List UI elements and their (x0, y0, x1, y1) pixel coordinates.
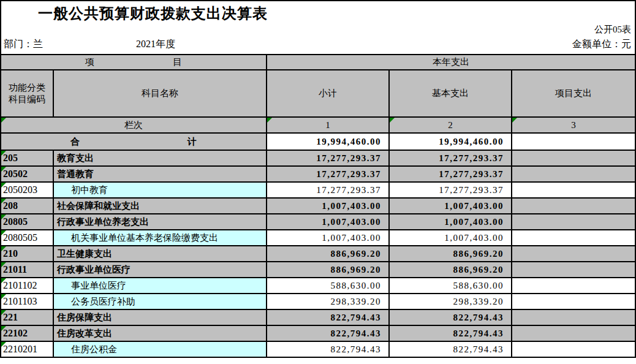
total-label-char1: 合 (70, 136, 80, 148)
subtotal-cell: 886,969.20 (267, 262, 390, 278)
cell-flag-icon (390, 118, 395, 123)
subtotal-cell: 588,630.00 (267, 278, 390, 294)
col-num-1-label: 1 (325, 120, 330, 131)
table-row: 205 教育支出 17,277,293.37 17,277,293.37 (1, 151, 635, 167)
header-col-num-1: 1 (267, 118, 390, 134)
header-subtotal: 小计 (267, 70, 390, 118)
table-row: 2210201 住房公积金 822,794.43 822,794.43 (1, 342, 635, 358)
page-title: 一般公共预算财政拨款支出决算表 (38, 4, 268, 23)
table-row: 21011 行政事业单位医疗 886,969.20 886,969.20 (1, 262, 635, 278)
project-expenditure-cell (512, 326, 635, 342)
table-row: 20502 普通教育 17,277,293.37 17,277,293.37 (1, 167, 635, 183)
function-code-cell: 2101103 (1, 294, 54, 310)
project-expenditure-cell (512, 151, 635, 167)
table-row: 2101102 事业单位医疗 588,630.00 588,630.00 (1, 278, 635, 294)
header-basic-expenditure: 基本支出 (390, 70, 512, 118)
subject-name-cell: 行政事业单位医疗 (54, 262, 267, 278)
basic-expenditure-cell: 1,007,403.00 (390, 214, 512, 230)
project-expenditure-cell (512, 183, 635, 199)
function-code-value: 22102 (3, 328, 28, 339)
subtotal-cell: 298,339.20 (267, 294, 390, 310)
total-basic-cell: 19,994,460.00 (390, 134, 512, 151)
header-function-code-line2: 科目编码 (9, 94, 45, 105)
subtotal-cell: 17,277,293.37 (267, 151, 390, 167)
project-expenditure-cell (512, 278, 635, 294)
table-row: 2101103 公务员医疗补助 298,339.20 298,339.20 (1, 294, 635, 310)
function-code-cell: 210 (1, 246, 54, 262)
cell-flag-icon (1, 167, 6, 172)
header-row-column-numbers: 栏次 1 2 3 (1, 118, 635, 134)
function-code-value: 2101103 (3, 296, 37, 307)
function-code-cell: 205 (1, 151, 54, 167)
header-lanci-label: 栏次 (124, 119, 143, 131)
total-label-cell: 合 计 (1, 134, 267, 151)
subtotal-cell: 1,007,403.00 (267, 214, 390, 230)
subject-name-cell: 社会保障和就业支出 (54, 199, 267, 214)
table-row: 2080505 机关事业单位基本养老保险缴费支出 1,007,403.00 1,… (1, 230, 635, 246)
table-body: 205 教育支出 17,277,293.37 17,277,293.37 205… (1, 151, 635, 358)
function-code-value: 2210201 (3, 344, 37, 355)
subject-name-cell: 住房保障支出 (54, 310, 267, 326)
function-code-value: 2080505 (3, 232, 37, 243)
total-row: 合 计 19,994,460.00 19,994,460.00 (1, 134, 635, 151)
header-subject-name: 科目名称 (54, 70, 267, 118)
header-project-expenditure: 项目支出 (512, 70, 635, 118)
subject-name-cell: 普通教育 (54, 167, 267, 183)
basic-expenditure-cell: 886,969.20 (390, 246, 512, 262)
cell-flag-icon (1, 230, 6, 235)
header-current-year-expenditure: 本年支出 (267, 55, 635, 70)
project-expenditure-cell (512, 310, 635, 326)
table-row: 210 卫生健康支出 886,969.20 886,969.20 (1, 246, 635, 262)
basic-expenditure-cell: 17,277,293.37 (390, 167, 512, 183)
project-expenditure-cell (512, 246, 635, 262)
project-expenditure-cell (512, 262, 635, 278)
cell-flag-icon (267, 118, 272, 123)
function-code-cell: 20805 (1, 214, 54, 230)
project-expenditure-cell (512, 199, 635, 214)
cell-flag-icon (1, 183, 6, 188)
function-code-value: 20502 (3, 169, 28, 180)
basic-expenditure-cell: 17,277,293.37 (390, 183, 512, 199)
basic-expenditure-cell: 17,277,293.37 (390, 151, 512, 167)
cell-flag-icon (1, 310, 6, 315)
project-expenditure-cell (512, 294, 635, 310)
table-code-label: 公开05表 (594, 24, 631, 36)
function-code-cell: 2210201 (1, 342, 54, 358)
cell-flag-icon (1, 214, 6, 219)
cell-flag-icon (512, 118, 517, 123)
header-col-num-3: 3 (512, 118, 635, 134)
function-code-value: 2050203 (3, 184, 37, 195)
total-subtotal-cell: 19,994,460.00 (267, 134, 390, 151)
subject-name-cell: 住房改革支出 (54, 326, 267, 342)
department-label: 部门：兰 (4, 38, 43, 51)
subject-name-cell: 机关事业单位基本养老保险缴费支出 (54, 230, 267, 246)
header-row-groups: 项 目 本年支出 (1, 55, 635, 70)
basic-expenditure-cell: 298,339.20 (390, 294, 512, 310)
function-code-cell: 2050203 (1, 183, 54, 199)
cell-flag-icon (1, 278, 6, 283)
function-code-value: 21011 (3, 264, 27, 275)
header-row-columns: 功能分类 科目编码 科目名称 小计 基本支出 项目支出 (1, 70, 635, 118)
header-col-num-2: 2 (390, 118, 512, 134)
cell-flag-icon (1, 342, 6, 347)
col-num-3-label: 3 (571, 120, 576, 131)
basic-expenditure-cell: 886,969.20 (390, 262, 512, 278)
table-row: 20805 行政事业单位养老支出 1,007,403.00 1,007,403.… (1, 214, 635, 230)
table-row: 208 社会保障和就业支出 1,007,403.00 1,007,403.00 (1, 199, 635, 214)
report-header: 一般公共预算财政拨款支出决算表 公开05表 部门：兰 2021年度 金额单位：元 (1, 1, 635, 54)
cell-flag-icon (1, 294, 6, 299)
table-row: 221 住房保障支出 822,794.43 822,794.43 (1, 310, 635, 326)
table-row: 2050203 初中教育 17,277,293.37 17,277,293.37 (1, 183, 635, 199)
function-code-value: 2101102 (3, 280, 37, 291)
function-code-cell: 20502 (1, 167, 54, 183)
subtotal-cell: 1,007,403.00 (267, 199, 390, 214)
report-sheet: 一般公共预算财政拨款支出决算表 公开05表 部门：兰 2021年度 金额单位：元… (0, 0, 636, 358)
basic-expenditure-cell: 1,007,403.00 (390, 199, 512, 214)
cell-flag-icon (1, 246, 6, 251)
subtotal-cell: 17,277,293.37 (267, 167, 390, 183)
function-code-cell: 21011 (1, 262, 54, 278)
subject-name-cell: 行政事业单位养老支出 (54, 214, 267, 230)
subject-name-cell: 事业单位医疗 (54, 278, 267, 294)
col-num-2-label: 2 (448, 120, 453, 131)
function-code-cell: 2101102 (1, 278, 54, 294)
